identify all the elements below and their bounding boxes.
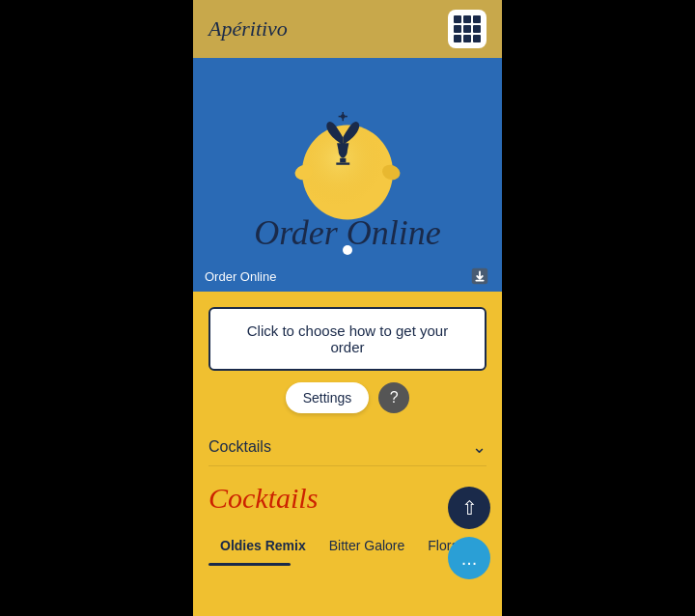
app-title: Apéritivo (208, 16, 288, 42)
breadcrumb-text: Order Online (205, 269, 276, 284)
help-button[interactable]: ? (378, 382, 409, 413)
help-icon: ? (390, 389, 399, 406)
breadcrumb-bar: Order Online (193, 261, 502, 292)
top-header: Apéritivo (193, 0, 502, 58)
download-button[interactable] (469, 266, 490, 287)
controls-row: Settings ? (208, 382, 486, 413)
tab-bar: Oldies Remix Bitter Galore Flora... › (208, 530, 486, 561)
svg-rect-4 (340, 158, 346, 163)
order-fulfillment-button[interactable]: Click to choose how to get your order (208, 307, 486, 371)
tab-bitter-galore[interactable]: Bitter Galore (318, 530, 417, 561)
ellipsis-icon: ... (461, 547, 478, 570)
tab-oldies-remix[interactable]: Oldies Remix (208, 530, 318, 561)
chevron-down-icon: ⌄ (472, 436, 486, 458)
grid-icon (454, 15, 481, 42)
more-options-button[interactable]: ... (448, 537, 490, 579)
scroll-up-button[interactable]: ⇧ (448, 487, 490, 529)
download-icon (469, 266, 490, 287)
hero-title: Order Online (254, 212, 441, 253)
svg-rect-5 (336, 162, 349, 164)
settings-button[interactable]: Settings (286, 382, 370, 413)
cocktails-accordion-row[interactable]: Cocktails ⌄ (208, 429, 486, 466)
cocktails-row-label: Cocktails (208, 438, 271, 456)
tab-active-underline (208, 563, 291, 566)
cocktails-heading: Cocktails (208, 482, 486, 515)
hero-section: Order Online (193, 58, 502, 261)
grid-menu-button[interactable] (448, 10, 486, 48)
chevron-up-icon: ⇧ (461, 496, 478, 519)
